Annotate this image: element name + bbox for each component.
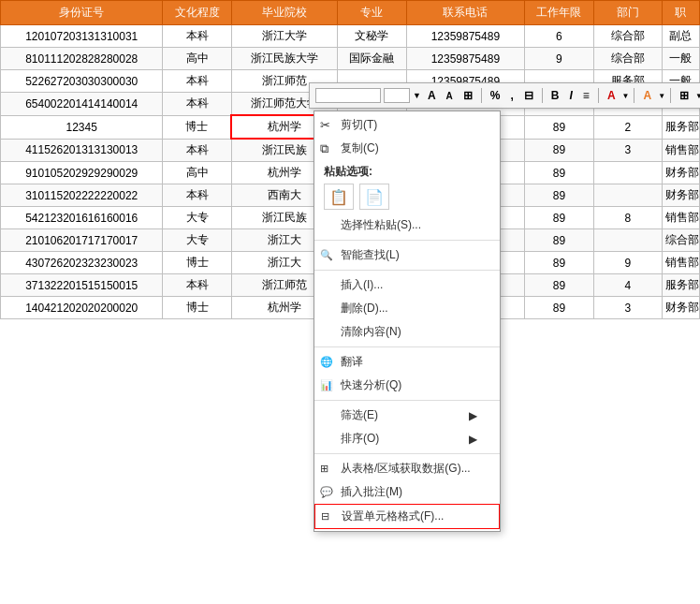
context-menu-insert[interactable]: 插入(I)... [314, 273, 500, 297]
format-icon[interactable]: ⊞ [459, 87, 476, 104]
table-cell[interactable]: 3 [593, 139, 662, 162]
table-cell[interactable]: 210106201717170017 [1, 229, 163, 252]
context-menu-delete[interactable]: 删除(D)... [314, 297, 500, 320]
table-cell[interactable]: 本科 [163, 139, 231, 162]
table-cell[interactable]: 310115202222220022 [1, 184, 163, 207]
table-cell[interactable]: 89 [525, 274, 593, 297]
table-cell[interactable] [593, 229, 662, 252]
table-cell[interactable]: 浙江民族大学 [231, 48, 337, 70]
table-cell[interactable]: 654002201414140014 [1, 93, 163, 116]
context-menu-cut[interactable]: ✂ 剪切(T) [314, 113, 500, 137]
table-cell[interactable]: 89 [525, 162, 593, 184]
table-cell[interactable]: 博士 [163, 297, 231, 319]
table-cell[interactable]: 高中 [163, 162, 231, 184]
table-cell[interactable]: 120107203131310031 [1, 25, 163, 48]
table-cell[interactable]: 服务部 [662, 274, 699, 297]
table-cell[interactable]: 综合部 [593, 25, 662, 48]
table-cell[interactable]: 博士 [163, 115, 231, 139]
table-cell[interactable]: 博士 [163, 252, 231, 274]
font-color-button[interactable]: A [604, 87, 620, 104]
font-name-input[interactable]: 微软雅黑 [315, 88, 381, 103]
table-cell[interactable]: 810111202828280028 [1, 48, 163, 70]
table-row[interactable]: 120107203131310031本科浙江大学文秘学123598754896综… [1, 25, 700, 48]
table-cell[interactable]: 本科 [163, 184, 231, 207]
table-cell[interactable]: 浙江大学 [231, 25, 337, 48]
table-row[interactable]: 810111202828280028高中浙江民族大学国际金融1235987548… [1, 48, 700, 70]
context-menu-smart-search[interactable]: 🔍 智能查找(L) [314, 243, 500, 267]
italic-button[interactable]: I [566, 87, 576, 104]
table-cell[interactable]: 12359875489 [406, 48, 525, 70]
paste-icon-values[interactable]: 📄 [359, 184, 389, 210]
border-dropdown[interactable]: ▼ [695, 92, 700, 100]
table-cell[interactable]: 9 [525, 48, 593, 70]
context-menu-quick-analysis[interactable]: 📊 快速分析(Q) [314, 374, 500, 397]
table-cell[interactable]: 522627203030300030 [1, 70, 163, 93]
table-cell[interactable]: 大专 [163, 229, 231, 252]
context-menu-insert-note[interactable]: 💬 插入批注(M) [314, 480, 500, 504]
table-cell[interactable]: 销售部 [662, 252, 699, 274]
table-cell[interactable]: 12345 [1, 115, 163, 139]
context-menu-set-format[interactable]: ⊟ 设置单元格格式(F)... [314, 504, 500, 529]
table-cell[interactable]: 89 [525, 184, 593, 207]
table-cell[interactable]: 文秘学 [338, 25, 406, 48]
grid-icon[interactable]: ⊟ [520, 87, 537, 104]
table-cell[interactable]: 财务部 [662, 184, 699, 207]
table-cell[interactable]: 本科 [163, 274, 231, 297]
table-cell[interactable]: 411526201313130013 [1, 139, 163, 162]
table-cell[interactable]: 6 [525, 25, 593, 48]
font-size-input[interactable]: 11 [384, 88, 410, 103]
table-cell[interactable]: 89 [525, 207, 593, 229]
border-button[interactable]: ⊞ [676, 87, 693, 104]
table-cell[interactable]: 国际金融 [338, 48, 406, 70]
table-cell[interactable]: 综合部 [662, 229, 699, 252]
table-cell[interactable]: 89 [525, 252, 593, 274]
context-menu-clear[interactable]: 清除内容(N) [314, 320, 500, 344]
context-menu-translate[interactable]: 🌐 翻译 [314, 350, 500, 374]
table-cell[interactable]: 服务部 [662, 115, 699, 139]
context-menu-get-data[interactable]: ⊞ 从表格/区域获取数据(G)... [314, 457, 500, 480]
font-color-dropdown[interactable]: ▼ [622, 92, 630, 100]
table-cell[interactable]: 大专 [163, 207, 231, 229]
table-cell[interactable]: 12359875489 [406, 25, 525, 48]
table-cell[interactable]: 财务部 [662, 162, 699, 184]
table-cell[interactable]: 综合部 [593, 48, 662, 70]
table-cell[interactable]: 本科 [163, 93, 231, 116]
table-cell[interactable]: 430726202323230023 [1, 252, 163, 274]
table-cell[interactable]: 542123201616160016 [1, 207, 163, 229]
table-cell[interactable]: 89 [525, 139, 593, 162]
table-cell[interactable]: 销售部 [662, 207, 699, 229]
table-cell[interactable]: 140421202020200020 [1, 297, 163, 319]
table-cell[interactable]: 89 [525, 297, 593, 319]
bg-color-button[interactable]: A [639, 87, 655, 104]
bold-button[interactable]: B [547, 87, 563, 104]
paste-icon-default[interactable]: 📋 [324, 184, 354, 210]
table-cell[interactable]: 本科 [163, 25, 231, 48]
table-cell[interactable]: 财务部 [662, 297, 699, 319]
table-cell[interactable]: 89 [525, 229, 593, 252]
table-cell[interactable]: 8 [593, 207, 662, 229]
context-menu-sort[interactable]: 排序(O) ▶ [314, 427, 500, 450]
table-cell[interactable]: 89 [525, 115, 593, 139]
table-cell[interactable]: 2 [593, 115, 662, 139]
bg-color-dropdown[interactable]: ▼ [658, 92, 665, 100]
table-cell[interactable]: 销售部 [662, 139, 699, 162]
table-cell[interactable]: 一般 [662, 48, 699, 70]
context-menu-paste-special[interactable]: 选择性粘贴(S)... [314, 214, 500, 237]
table-cell[interactable]: 副总 [662, 25, 699, 48]
table-cell[interactable] [593, 184, 662, 207]
table-cell[interactable]: 3 [593, 297, 662, 319]
comma-icon[interactable]: , [507, 87, 518, 104]
table-cell[interactable]: 371322201515150015 [1, 274, 163, 297]
decrease-font-icon[interactable]: A [443, 89, 457, 103]
align-button[interactable]: ≡ [579, 87, 593, 104]
percent-icon[interactable]: % [487, 87, 504, 104]
table-cell[interactable]: 本科 [163, 70, 231, 93]
table-cell[interactable]: 910105202929290029 [1, 162, 163, 184]
table-cell[interactable]: 4 [593, 274, 662, 297]
table-cell[interactable] [593, 162, 662, 184]
increase-font-icon[interactable]: A [424, 87, 440, 104]
context-menu-filter[interactable]: 筛选(E) ▶ [314, 404, 500, 427]
context-menu-copy[interactable]: ⧉ 复制(C) [314, 137, 500, 160]
table-cell[interactable]: 9 [593, 252, 662, 274]
table-cell[interactable]: 高中 [163, 48, 231, 70]
